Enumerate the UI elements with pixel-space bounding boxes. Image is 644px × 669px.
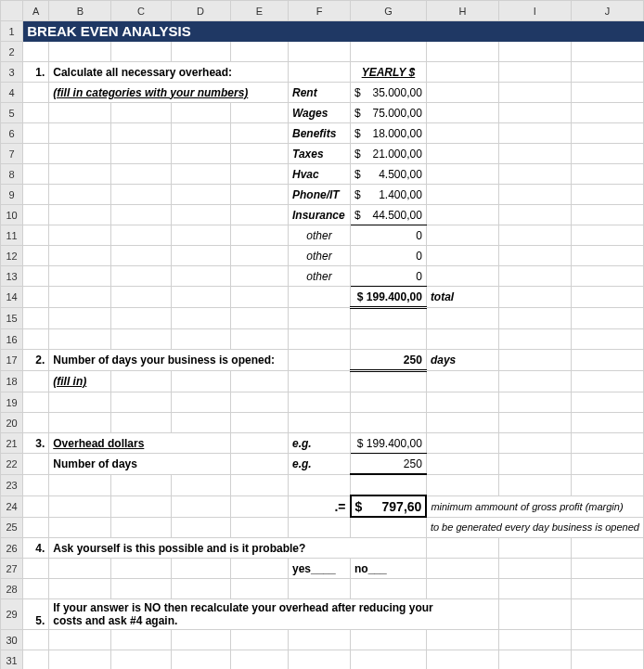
step1-num: 1.	[23, 62, 49, 83]
row-2[interactable]: 2	[1, 42, 23, 62]
row-9[interactable]: 9	[1, 185, 23, 205]
step3-num: 3.	[23, 433, 49, 454]
val-hvac[interactable]: $4.500,00	[351, 164, 427, 185]
item-insurance[interactable]: Insurance	[289, 205, 351, 225]
col-header-row: A B C D E F G H I J	[1, 1, 644, 21]
step4-heading: Ask yourself is this possible and is it …	[49, 538, 427, 559]
step1-heading: Calculate all necessary overhead:	[49, 62, 289, 83]
val-phone[interactable]: $1.400,00	[351, 185, 427, 205]
overhead-dollars-val[interactable]: $ 199.400,00	[351, 433, 427, 454]
corner-cell[interactable]	[1, 1, 23, 21]
col-H[interactable]: H	[426, 1, 498, 21]
row-10[interactable]: 10	[1, 205, 23, 225]
row-16[interactable]: 16	[1, 329, 23, 350]
answer-no[interactable]: no___	[351, 559, 427, 579]
row-18[interactable]: 18	[1, 371, 23, 392]
item-phone[interactable]: Phone/IT	[289, 185, 351, 205]
row-11[interactable]: 11	[1, 225, 23, 246]
row-5[interactable]: 5	[1, 103, 23, 123]
total-label: total	[426, 287, 498, 308]
row-15[interactable]: 15	[1, 308, 23, 329]
row-14[interactable]: 14	[1, 287, 23, 308]
step5-num: 5.	[23, 599, 49, 630]
step2-num: 2.	[23, 350, 49, 371]
val-taxes[interactable]: $21.000,00	[351, 144, 427, 164]
row-26[interactable]: 26	[1, 538, 23, 559]
page-title: BREAK EVEN ANALYSIS	[23, 21, 644, 42]
equals-sign: .=	[289, 495, 351, 517]
col-D[interactable]: D	[171, 1, 230, 21]
row-27[interactable]: 27	[1, 559, 23, 579]
col-B[interactable]: B	[49, 1, 111, 21]
val-other3[interactable]: 0	[351, 266, 427, 287]
row-7[interactable]: 7	[1, 144, 23, 164]
col-G[interactable]: G	[351, 1, 427, 21]
col-A[interactable]: A	[23, 1, 49, 21]
row-6[interactable]: 6	[1, 123, 23, 144]
item-other1[interactable]: other	[289, 225, 351, 246]
step5-text: If your answer is NO then recalculate yo…	[49, 599, 499, 630]
col-E[interactable]: E	[230, 1, 288, 21]
overhead-dollars-label: Overhead dollars	[49, 433, 230, 454]
val-benefits[interactable]: $18.000,00	[351, 123, 427, 144]
row-25[interactable]: 25	[1, 517, 23, 538]
step4-num: 4.	[23, 538, 49, 559]
eg-1: e.g.	[289, 433, 351, 454]
row-30[interactable]: 30	[1, 630, 23, 650]
col-C[interactable]: C	[111, 1, 171, 21]
row-19[interactable]: 19	[1, 392, 23, 413]
days-value[interactable]: 250	[351, 350, 427, 371]
row-13[interactable]: 13	[1, 266, 23, 287]
total-value[interactable]: $ 199.400,00	[351, 287, 427, 308]
note-line1: minimum ammount of gross profit (margin)	[426, 495, 643, 517]
row-24[interactable]: 24	[1, 495, 23, 517]
step2-heading: Number of days your business is opened:	[49, 350, 289, 371]
col-J[interactable]: J	[571, 1, 643, 21]
yearly-label: YEARLY $	[351, 62, 427, 83]
step2-hint: (fill in)	[49, 371, 111, 392]
item-rent[interactable]: Rent	[289, 83, 351, 103]
row-31[interactable]: 31	[1, 650, 23, 670]
note-line2: to be generated every day business is op…	[426, 517, 643, 538]
item-benefits[interactable]: Benefits	[289, 123, 351, 144]
row-28[interactable]: 28	[1, 579, 23, 599]
row-3[interactable]: 3	[1, 62, 23, 83]
row-23[interactable]: 23	[1, 474, 23, 495]
row-4[interactable]: 4	[1, 83, 23, 103]
val-other2[interactable]: 0	[351, 246, 427, 266]
row-20[interactable]: 20	[1, 413, 23, 433]
row-8[interactable]: 8	[1, 164, 23, 185]
row-1[interactable]: 1	[1, 21, 23, 42]
row-17[interactable]: 17	[1, 350, 23, 371]
item-wages[interactable]: Wages	[289, 103, 351, 123]
val-wages[interactable]: $75.000,00	[351, 103, 427, 123]
spreadsheet-grid[interactable]: A B C D E F G H I J 1 BREAK EVEN ANALYSI…	[0, 0, 644, 669]
val-rent[interactable]: $35.000,00	[351, 83, 427, 103]
item-other3[interactable]: other	[289, 266, 351, 287]
numdays-val[interactable]: 250	[351, 454, 427, 475]
row-29[interactable]: 29	[1, 599, 23, 630]
row-22[interactable]: 22	[1, 454, 23, 475]
days-unit: days	[426, 350, 498, 371]
val-other1[interactable]: 0	[351, 225, 427, 246]
col-I[interactable]: I	[498, 1, 571, 21]
step1-hint: (fill in categories with your numbers)	[49, 83, 289, 103]
row-21[interactable]: 21	[1, 433, 23, 454]
val-insurance[interactable]: $44.500,00	[351, 205, 427, 225]
row-12[interactable]: 12	[1, 246, 23, 266]
col-F[interactable]: F	[289, 1, 351, 21]
item-taxes[interactable]: Taxes	[289, 144, 351, 164]
eg-2: e.g.	[289, 454, 351, 475]
item-other2[interactable]: other	[289, 246, 351, 266]
answer-yes[interactable]: yes____	[289, 559, 351, 579]
numdays-label: Number of days	[49, 454, 230, 475]
break-even-result[interactable]: $797,60	[351, 495, 427, 517]
item-hvac[interactable]: Hvac	[289, 164, 351, 185]
